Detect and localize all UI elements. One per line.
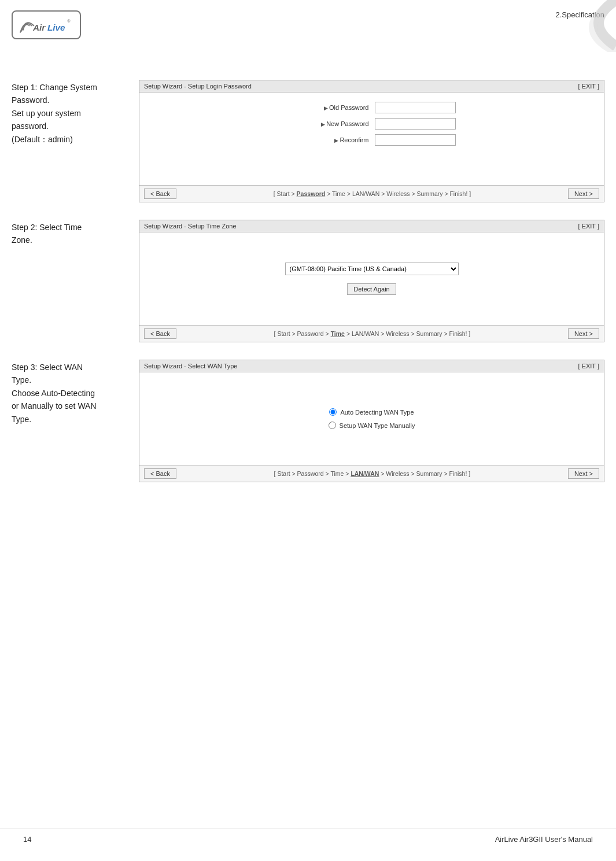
step1-line4: password. (12, 120, 127, 132)
new-password-label: New Password (288, 120, 369, 127)
step1-line3: Set up your system (12, 107, 127, 120)
step1-footer: < Back [ Start > Password > Time > LAN/W… (139, 185, 604, 202)
step3-line4: or Manually to set WAN (12, 400, 127, 412)
step3-label: Step 3: Select WAN Type. Choose Auto-Det… (12, 360, 127, 426)
main-content: Step 1: Change System Password. Set up y… (0, 74, 616, 494)
step1-wizard-body: Old Password New Password Reconfirm (139, 93, 604, 185)
detect-again-button[interactable]: Detect Again (347, 283, 396, 295)
page-footer: 14 AirLive Air3GII User's Manual (0, 829, 616, 844)
svg-text:Air: Air (32, 23, 46, 32)
step1-title-bar: Setup Wizard - Setup Login Password [ EX… (139, 80, 604, 93)
auto-detect-radio[interactable] (329, 408, 337, 416)
reconfirm-row: Reconfirm (288, 134, 456, 146)
step1-exit-button[interactable]: [ EXIT ] (578, 83, 599, 90)
step3-wizard-box: Setup Wizard - Select WAN Type [ EXIT ] … (139, 360, 604, 482)
deco-curves (489, 0, 616, 52)
step2-footer: < Back [ Start > Password > Time > LAN/W… (139, 325, 604, 342)
logo: Air Live ® (12, 10, 81, 39)
manual-setup-radio-row: Setup WAN Type Manually (329, 422, 415, 429)
step3-back-button[interactable]: < Back (144, 468, 176, 479)
step2-section: Step 2: Select Time Zone. Setup Wizard -… (12, 220, 604, 342)
step2-wizard-body: (GMT-08:00) Pacific Time (US & Canada) D… (139, 232, 604, 325)
step3-wizard-title: Setup Wizard - Select WAN Type (144, 363, 237, 369)
step3-wizard-body: Auto Detecting WAN Type Setup WAN Type M… (139, 372, 604, 465)
timezone-select[interactable]: (GMT-08:00) Pacific Time (US & Canada) (285, 263, 459, 275)
step1-line2: Password. (12, 94, 127, 106)
step2-line2: Zone. (12, 234, 127, 246)
old-password-row: Old Password (288, 102, 456, 113)
old-password-input[interactable] (375, 102, 456, 113)
step3-breadcrumb: [ Start > Password > Time > LAN/WAN > Wi… (180, 470, 565, 477)
step3-current-crumb: LAN/WAN (351, 470, 379, 477)
manual-setup-label: Setup WAN Type Manually (340, 422, 415, 429)
step2-label: Step 2: Select Time Zone. (12, 220, 127, 247)
step1-next-button[interactable]: Next > (568, 189, 599, 199)
step1-breadcrumb: [ Start > Password > Time > LAN/WAN > Wi… (180, 190, 565, 197)
step1-label: Step 1: Change System Password. Set up y… (12, 80, 127, 146)
auto-detect-radio-row: Auto Detecting WAN Type (329, 408, 414, 416)
step3-next-button[interactable]: Next > (568, 468, 599, 479)
svg-text:®: ® (67, 19, 70, 23)
step3-exit-button[interactable]: [ EXIT ] (578, 363, 599, 369)
step1-line1: Step 1: Change System (12, 81, 127, 94)
step3-title-bar: Setup Wizard - Select WAN Type [ EXIT ] (139, 360, 604, 372)
reconfirm-input[interactable] (375, 134, 456, 146)
page-number: 14 (23, 835, 31, 844)
step2-next-button[interactable]: Next > (568, 328, 599, 339)
old-password-label: Old Password (288, 104, 369, 111)
step1-wizard-box: Setup Wizard - Setup Login Password [ EX… (139, 80, 604, 202)
new-password-row: New Password (288, 118, 456, 130)
reconfirm-label: Reconfirm (288, 136, 369, 143)
step1-form: Old Password New Password Reconfirm (151, 102, 592, 146)
step3-footer: < Back [ Start > Password > Time > LAN/W… (139, 465, 604, 482)
step1-section: Step 1: Change System Password. Set up y… (12, 80, 604, 202)
step2-wizard-title: Setup Wizard - Setup Time Zone (144, 223, 237, 230)
step3-line3: Choose Auto-Detecting (12, 387, 127, 400)
step2-title-bar: Setup Wizard - Setup Time Zone [ EXIT ] (139, 220, 604, 232)
step1-current-crumb: Password (297, 190, 326, 197)
new-password-input[interactable] (375, 118, 456, 130)
step2-line1: Step 2: Select Time (12, 221, 127, 234)
step2-breadcrumb: [ Start > Password > Time > LAN/WAN > Wi… (180, 330, 565, 337)
step2-exit-button[interactable]: [ EXIT ] (578, 223, 599, 230)
logo-svg: Air Live ® (19, 13, 74, 36)
step1-line5: (Default：admin) (12, 133, 127, 146)
svg-text:Live: Live (47, 23, 65, 32)
step2-wizard-box: Setup Wizard - Setup Time Zone [ EXIT ] … (139, 220, 604, 342)
manual-title: AirLive Air3GII User's Manual (495, 835, 593, 844)
step2-back-button[interactable]: < Back (144, 328, 176, 339)
step1-back-button[interactable]: < Back (144, 189, 176, 199)
step3-line2: Type. (12, 374, 127, 386)
step3-section: Step 3: Select WAN Type. Choose Auto-Det… (12, 360, 604, 482)
step3-line5: Type. (12, 413, 127, 426)
step3-line1: Step 3: Select WAN (12, 361, 127, 374)
manual-setup-radio[interactable] (329, 422, 336, 429)
step2-current-crumb: Time (331, 330, 345, 337)
auto-detect-label: Auto Detecting WAN Type (340, 409, 414, 416)
step1-wizard-title: Setup Wizard - Setup Login Password (144, 83, 252, 90)
